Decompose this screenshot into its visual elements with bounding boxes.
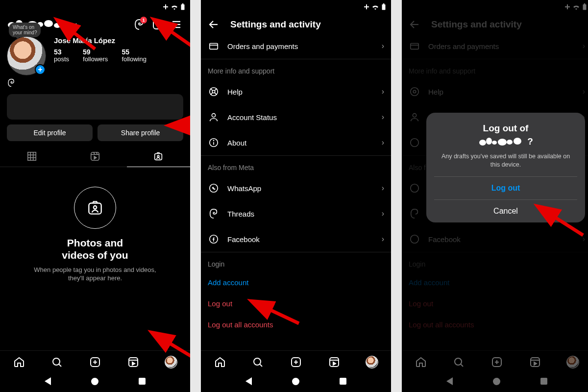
android-recent[interactable] (139, 378, 146, 385)
battery-icon (381, 3, 386, 10)
stat-following[interactable]: 55following (122, 49, 147, 63)
android-home[interactable] (493, 378, 500, 385)
item-account-status[interactable]: Account Status› (201, 104, 391, 130)
create-button[interactable] (151, 18, 165, 31)
nav-search[interactable] (251, 356, 264, 368)
story-bubble[interactable]: What's on your mind? (9, 23, 41, 37)
link-logout-all[interactable]: Log out all accounts (201, 314, 391, 335)
svg-line-53 (260, 365, 263, 367)
svg-rect-18 (155, 154, 162, 160)
svg-point-21 (94, 206, 97, 209)
svg-point-46 (212, 114, 215, 117)
dialog-cancel-button[interactable]: Cancel (434, 199, 577, 222)
tab-tagged[interactable] (127, 146, 190, 167)
android-recent[interactable] (540, 378, 547, 385)
add-story-icon[interactable]: + (35, 64, 46, 75)
hamburger-icon (171, 19, 182, 30)
back-arrow-icon (409, 19, 420, 30)
settings-title: Settings and activity (230, 19, 321, 30)
section-meta: Also from Meta (201, 155, 391, 175)
android-recent[interactable] (340, 378, 346, 385)
stat-posts[interactable]: 53posts (54, 49, 69, 63)
avatar[interactable]: + (7, 36, 46, 75)
tab-grid[interactable] (0, 146, 63, 167)
item-threads[interactable]: Threads› (201, 201, 391, 226)
svg-marker-79 (534, 362, 537, 365)
android-home[interactable] (292, 378, 299, 385)
item-orders[interactable]: Orders and payments › (201, 33, 391, 59)
link-logout[interactable]: Log out (201, 293, 391, 314)
search-icon (51, 356, 63, 368)
svg-point-52 (254, 358, 261, 365)
edit-profile-button[interactable]: Edit profile (7, 124, 93, 141)
plus-square-icon (152, 19, 164, 30)
dialog-logout-button[interactable]: Log out (434, 176, 577, 199)
reels-icon (127, 356, 139, 368)
svg-point-66 (411, 88, 419, 96)
link-add-account[interactable]: Add account (201, 272, 391, 293)
svg-rect-36 (383, 3, 385, 4)
nav-create[interactable] (89, 356, 101, 368)
svg-rect-62 (584, 3, 586, 4)
nav-search[interactable] (50, 356, 63, 368)
android-back[interactable] (245, 377, 252, 385)
empty-state: Photos and videos of you When people tag… (0, 167, 190, 350)
back-arrow-icon[interactable] (208, 19, 220, 30)
wifi-icon (171, 4, 178, 10)
tagged-large-icon (86, 198, 104, 217)
threads-icon (208, 208, 219, 219)
chevron-down-icon[interactable] (71, 21, 78, 28)
nav-create[interactable] (290, 356, 302, 368)
nav-home[interactable] (13, 356, 25, 368)
svg-rect-1 (182, 3, 184, 4)
data-plus-icon (564, 4, 570, 10)
avatar-icon (366, 356, 378, 368)
empty-sub: When people tag you in photos and videos… (31, 266, 159, 283)
svg-rect-61 (583, 4, 587, 10)
tab-reels[interactable] (63, 146, 126, 167)
screen-settings: Settings and activity Orders and payment… (201, 0, 391, 392)
nav-reels[interactable] (328, 356, 341, 368)
svg-rect-0 (181, 4, 185, 10)
settings-title: Settings and activity (431, 19, 522, 30)
grid-icon (26, 151, 37, 162)
item-facebook[interactable]: Facebook› (201, 226, 391, 252)
nav-profile[interactable] (366, 356, 378, 368)
threads-button[interactable]: 1 (132, 18, 146, 31)
nav-profile[interactable] (165, 356, 177, 368)
threads-small-icon[interactable] (7, 78, 16, 87)
reels-icon (90, 151, 100, 162)
nav-reels[interactable] (127, 356, 140, 368)
display-name: José María López (54, 36, 183, 45)
svg-rect-13 (91, 152, 99, 161)
dialog-title: Log out of ? (434, 122, 577, 147)
android-back[interactable] (446, 377, 453, 385)
wifi-icon (572, 4, 580, 10)
reels-icon (328, 356, 340, 368)
stat-followers[interactable]: 59followers (83, 49, 108, 63)
svg-point-67 (413, 90, 416, 93)
item-about[interactable]: About› (201, 130, 391, 155)
svg-line-43 (215, 89, 217, 91)
status-bar (0, 0, 190, 14)
facebook-icon (208, 234, 219, 245)
android-home[interactable] (91, 378, 98, 385)
android-back[interactable] (45, 377, 51, 385)
share-profile-button[interactable]: Share profile (98, 124, 183, 141)
svg-marker-17 (94, 156, 97, 159)
svg-point-22 (53, 358, 60, 365)
svg-rect-8 (27, 152, 36, 161)
person-icon (208, 112, 219, 122)
username-redacted (478, 137, 527, 147)
svg-point-49 (214, 140, 214, 141)
chevron-right-icon: › (382, 42, 384, 50)
nav-home[interactable] (214, 356, 226, 368)
plus-square-icon (290, 356, 302, 368)
bio-box[interactable] (7, 94, 183, 120)
item-orders: Orders and payments› (402, 33, 588, 59)
item-help[interactable]: Help› (201, 79, 391, 104)
hamburger-button[interactable] (170, 18, 183, 31)
svg-marker-59 (333, 362, 336, 365)
data-plus-icon (364, 4, 369, 10)
item-whatsapp[interactable]: WhatsApp› (201, 175, 391, 201)
